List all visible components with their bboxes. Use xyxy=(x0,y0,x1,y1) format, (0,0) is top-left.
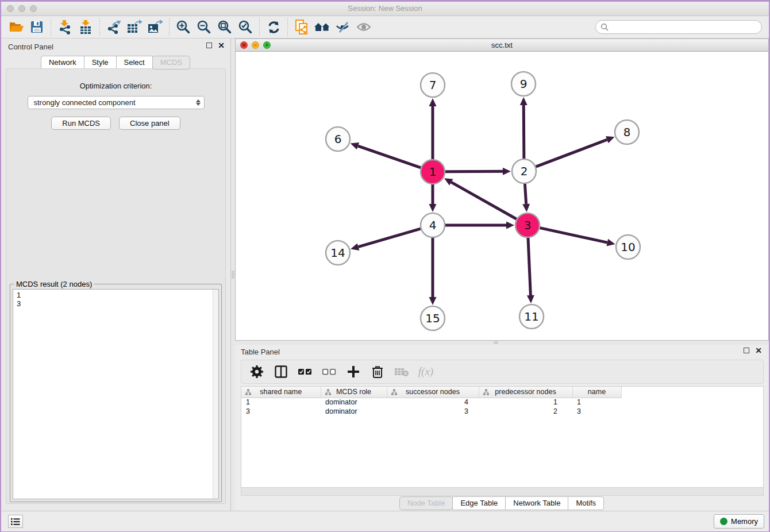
function-builder-button[interactable]: f(x) xyxy=(416,362,436,381)
graph-node-label: 15 xyxy=(425,311,440,325)
table-header-row: shared name MCDS role successor nodes pr… xyxy=(241,387,621,398)
task-history-button[interactable] xyxy=(8,515,23,528)
mcds-result-text[interactable]: 1 3 xyxy=(13,289,219,499)
col-name[interactable]: name xyxy=(572,387,621,398)
show-all-networks-button[interactable] xyxy=(312,18,333,36)
graph-node-label: 10 xyxy=(621,240,635,254)
export-image-button[interactable] xyxy=(145,18,165,36)
mcds-result-box: MCDS result (2 nodes) 1 3 xyxy=(10,284,222,502)
toolbar-separator xyxy=(169,18,170,36)
refresh-button[interactable] xyxy=(263,18,284,36)
col-predecessor-nodes[interactable]: predecessor nodes xyxy=(479,387,572,398)
edge-arrowhead xyxy=(351,243,359,250)
graph-edge[interactable] xyxy=(523,105,524,159)
graph-node-label: 2 xyxy=(521,164,528,178)
table-toolbar: f(x) xyxy=(241,360,764,384)
network-window-title: scc.txt xyxy=(236,41,768,49)
table-row[interactable]: 3 dominator 3 2 3 xyxy=(241,407,621,416)
eye-icon xyxy=(356,21,372,33)
graph-edge[interactable] xyxy=(358,146,421,168)
delete-table-button[interactable] xyxy=(392,362,411,381)
memory-button[interactable]: Memory xyxy=(714,514,764,529)
clone-network-button[interactable] xyxy=(291,18,312,36)
tab-edge-table[interactable]: Edge Table xyxy=(452,496,506,510)
import-table-button[interactable] xyxy=(75,18,96,36)
float-table-panel-icon[interactable] xyxy=(744,348,749,353)
import-network-button[interactable] xyxy=(55,18,75,36)
mcds-panel-body: Optimization criterion: strongly connect… xyxy=(6,68,226,504)
memory-status-icon xyxy=(720,518,727,525)
network-window-titlebar[interactable]: ✕ − + scc.txt xyxy=(236,39,768,52)
unchecked-boxes-icon xyxy=(322,368,336,375)
tab-style[interactable]: Style xyxy=(84,56,117,70)
clone-network-icon xyxy=(294,19,309,35)
toolbar-separator xyxy=(287,18,288,36)
window-title: Session: New Session xyxy=(1,4,769,13)
search-icon xyxy=(600,23,609,32)
titlebar: Session: New Session xyxy=(1,2,769,16)
graph-edge[interactable] xyxy=(540,228,607,242)
close-table-panel-icon[interactable]: ✕ xyxy=(755,348,762,353)
graph-edge[interactable] xyxy=(445,171,503,172)
vertical-splitter[interactable] xyxy=(231,38,235,511)
graph-edge[interactable] xyxy=(525,184,526,204)
select-all-columns-button[interactable] xyxy=(295,362,315,381)
graph-edge[interactable] xyxy=(451,182,517,219)
tab-motifs[interactable]: Motifs xyxy=(568,496,604,510)
export-table-button[interactable] xyxy=(124,18,145,36)
tab-mcds[interactable]: MCDS xyxy=(152,56,190,70)
graph-node-label: 9 xyxy=(520,77,528,91)
toolbar-separator xyxy=(259,18,260,36)
result-scrollbar[interactable] xyxy=(213,290,218,499)
import-network-icon xyxy=(57,20,72,34)
edge-arrowhead xyxy=(527,295,534,303)
node-table: shared name MCDS role successor nodes pr… xyxy=(241,386,764,488)
run-mcds-button[interactable]: Run MCDS xyxy=(51,117,111,130)
export-network-button[interactable] xyxy=(103,18,124,36)
table-row[interactable]: 1 dominator 4 1 1 xyxy=(241,398,621,407)
toggle-panes-button[interactable] xyxy=(271,362,291,381)
graph-edge[interactable] xyxy=(528,238,530,295)
search-box[interactable] xyxy=(595,20,762,34)
zoom-out-button[interactable] xyxy=(194,18,214,36)
search-input[interactable] xyxy=(609,21,761,33)
zoom-selected-button[interactable] xyxy=(235,18,256,36)
hierarchy-icon xyxy=(483,389,490,396)
graph-node-label: 4 xyxy=(429,218,437,232)
hide-selected-button[interactable] xyxy=(333,18,353,36)
edge-arrowhead xyxy=(351,142,359,149)
table-settings-button[interactable] xyxy=(247,362,267,381)
hierarchy-icon xyxy=(245,389,252,396)
open-session-button[interactable] xyxy=(6,18,26,36)
col-successor-nodes[interactable]: successor nodes xyxy=(387,387,479,398)
deselect-all-columns-button[interactable] xyxy=(319,362,339,381)
tab-select[interactable]: Select xyxy=(116,56,153,70)
fx-icon: f(x) xyxy=(418,365,433,378)
tab-network[interactable]: Network xyxy=(41,56,84,70)
import-table-icon xyxy=(78,20,93,34)
col-shared-name[interactable]: shared name xyxy=(241,387,321,398)
network-canvas[interactable]: 1234678910111415 xyxy=(236,52,768,340)
edge-arrowhead xyxy=(429,204,437,212)
save-session-button[interactable] xyxy=(26,18,47,36)
float-panel-icon[interactable] xyxy=(206,43,212,48)
delete-column-button[interactable] xyxy=(368,362,387,381)
zoom-in-button[interactable] xyxy=(173,18,194,36)
create-column-button[interactable] xyxy=(344,362,363,381)
tab-node-table[interactable]: Node Table xyxy=(399,496,453,510)
close-panel-button[interactable]: Close panel xyxy=(119,117,180,130)
close-panel-icon[interactable]: ✕ xyxy=(218,43,225,48)
criterion-select[interactable]: strongly connected component xyxy=(28,96,205,109)
toolbar-separator xyxy=(51,18,51,36)
show-hidden-button[interactable] xyxy=(353,18,374,36)
edge-arrowhead xyxy=(503,168,511,175)
zoom-fit-icon xyxy=(217,20,232,34)
col-mcds-role[interactable]: MCDS role xyxy=(321,387,387,398)
graph-edge[interactable] xyxy=(359,229,421,247)
zoom-fit-button[interactable] xyxy=(214,18,235,36)
zoom-out-icon xyxy=(197,20,211,34)
graph-edge[interactable] xyxy=(536,140,607,167)
zoom-selected-icon xyxy=(238,20,253,34)
tab-network-table[interactable]: Network Table xyxy=(505,496,568,510)
horizontal-splitter[interactable] xyxy=(235,341,769,345)
